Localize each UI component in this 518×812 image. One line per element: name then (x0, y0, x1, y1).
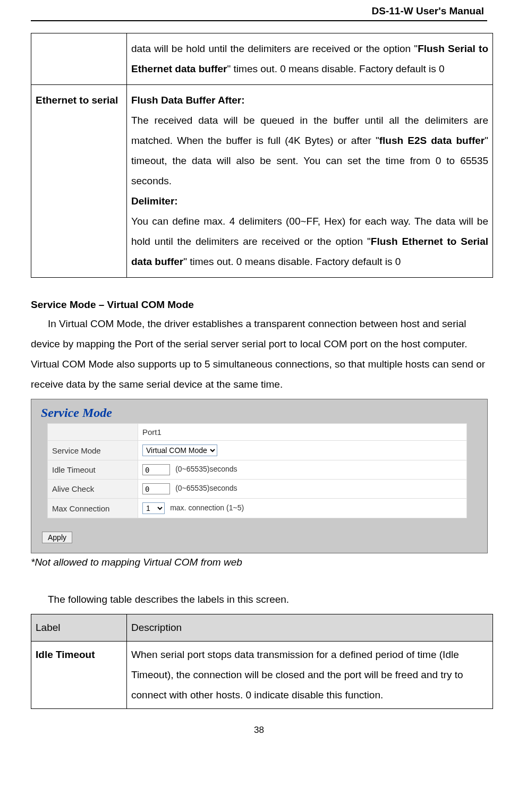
table-row: data will be hold until the delimiters a… (31, 33, 493, 85)
table-cell-label-empty (31, 33, 127, 85)
table-cell-label: Ethernet to serial (31, 85, 127, 278)
subheading: Delimiter: (131, 195, 178, 207)
screenshot-footnote: *Not allowed to mapping Virtual COM from… (31, 557, 487, 568)
table-cell-desc: Flush Data Buffer After: The received da… (127, 85, 493, 278)
page-number: 38 (31, 725, 487, 736)
sm-label-alive-check: Alive Check (48, 480, 138, 499)
sm-label-idle-timeout: Idle Timeout (48, 460, 138, 480)
max-connection-select[interactable]: 1 (142, 502, 165, 514)
subheading: Flush Data Buffer After: (131, 95, 245, 106)
idle-timeout-input[interactable] (142, 464, 170, 475)
page-container: DS-11-W User's Manual data will be hold … (0, 0, 518, 751)
table-header-row: Label Description (31, 614, 493, 642)
service-mode-select[interactable]: Virtual COM Mode (142, 445, 217, 456)
table-row: Idle Timeout When serial port stops data… (31, 642, 493, 709)
apply-wrap: Apply (42, 531, 487, 543)
header-rule (31, 20, 487, 21)
sm-cell-alive-check: (0~65535)seconds (138, 480, 467, 499)
apply-button[interactable]: Apply (42, 532, 72, 543)
table-row: Max Connection 1 max. connection (1~5) (48, 499, 467, 518)
section-heading: Service Mode – Virtual COM Mode (31, 299, 487, 311)
service-mode-title: Service Mode (31, 406, 487, 420)
text-fragment: data will be hold until the delimiters a… (131, 43, 418, 54)
hint-text: max. connection (1~5) (170, 503, 244, 512)
th-label: Label (31, 614, 127, 642)
td-description: When serial port stops data transmission… (127, 642, 493, 709)
sm-empty-label (48, 424, 138, 441)
table-row: Alive Check (0~65535)seconds (48, 480, 467, 499)
description-table: Label Description Idle Timeout When seri… (31, 614, 493, 709)
body-paragraph: In Virtual COM Mode, the driver establis… (31, 314, 487, 395)
table-row: Port1 (48, 424, 467, 441)
alive-check-input[interactable] (142, 483, 170, 494)
definition-table-1: data will be hold until the delimiters a… (31, 33, 493, 278)
text-fragment: " times out. 0 means disable. Factory de… (227, 63, 445, 74)
sm-label-service-mode: Service Mode (48, 441, 138, 460)
sm-cell-service-mode: Virtual COM Mode (138, 441, 467, 460)
table2-intro: The following table describes the labels… (31, 589, 487, 610)
table-row: Idle Timeout (0~65535)seconds (48, 460, 467, 480)
table-row: Ethernet to serial Flush Data Buffer Aft… (31, 85, 493, 278)
service-mode-table: Port1 Service Mode Virtual COM Mode Idle… (47, 423, 467, 518)
table-cell-desc: data will be hold until the delimiters a… (127, 33, 493, 85)
sm-port-header: Port1 (138, 424, 467, 441)
th-description: Description (127, 614, 493, 642)
sm-cell-max-connection: 1 max. connection (1~5) (138, 499, 467, 518)
table-row: Service Mode Virtual COM Mode (48, 441, 467, 460)
td-label: Idle Timeout (31, 642, 127, 709)
sm-label-max-connection: Max Connection (48, 499, 138, 518)
running-header: DS-11-W User's Manual (31, 5, 487, 17)
hint-text: (0~65535)seconds (175, 465, 237, 473)
service-mode-screenshot: Service Mode Port1 Service Mode Virtual … (31, 399, 488, 553)
text-bold: flush E2S data buffer (379, 135, 485, 146)
hint-text: (0~65535)seconds (175, 484, 237, 492)
sm-cell-idle-timeout: (0~65535)seconds (138, 460, 467, 480)
text-fragment: " times out. 0 means disable. Factory de… (183, 256, 401, 267)
